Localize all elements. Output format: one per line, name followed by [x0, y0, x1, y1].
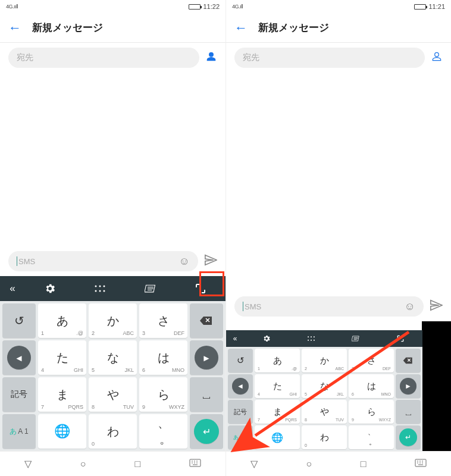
right-key[interactable]: ►	[190, 340, 223, 375]
key-ta[interactable]: た4GHI	[38, 340, 86, 375]
status-bar: 4G.ıll 11:21	[226, 0, 451, 13]
nav-keyboard-icon[interactable]	[189, 459, 201, 469]
mode-key[interactable]: あA 1	[2, 414, 36, 449]
left-key[interactable]: ◄	[228, 374, 253, 398]
compose-row: SMS ☺	[226, 292, 451, 321]
recipient-input[interactable]: 宛先	[234, 48, 425, 68]
clock: 11:22	[203, 3, 220, 10]
nav-keyboard-icon[interactable]	[415, 459, 427, 469]
compose-input[interactable]: SMS ☺	[8, 251, 198, 271]
grid-icon[interactable]	[289, 330, 333, 347]
key-punct[interactable]: 、。	[139, 414, 187, 449]
nav-home-icon[interactable]: ○	[306, 459, 312, 469]
screen-right: 4G.ıll 11:21 ← 新規メッセージ 宛先 SMS ☺ «	[226, 0, 451, 476]
key-ha[interactable]: は6MNO	[349, 374, 394, 398]
clock: 11:21	[428, 3, 445, 10]
svg-point-9	[313, 336, 314, 337]
keyboard: ↺ あ1.@ か2ABC さ3DEF ◄ た4GHI な5JKL は6MNO ►…	[0, 301, 226, 451]
key-na[interactable]: な5JKL	[302, 374, 347, 398]
emoji-icon[interactable]: ☺	[179, 255, 190, 268]
undo-key[interactable]: ↺	[2, 303, 36, 338]
mode-key[interactable]: あA 1	[228, 425, 253, 449]
key-ma[interactable]: ま7PQRS	[38, 377, 86, 412]
left-key[interactable]: ◄	[2, 340, 36, 375]
recipient-placeholder: 宛先	[17, 52, 33, 63]
key-a[interactable]: あ1.@	[255, 349, 300, 372]
key-globe[interactable]: 🌐	[255, 425, 300, 449]
contact-icon[interactable]	[205, 51, 217, 65]
enter-key[interactable]: ↵	[396, 425, 421, 449]
right-key[interactable]: ►	[396, 374, 421, 398]
space-key[interactable]: ⎵	[190, 377, 223, 412]
app-header: ← 新規メッセージ	[0, 13, 226, 43]
compose-placeholder: SMS	[245, 302, 261, 311]
compose-input[interactable]: SMS ☺	[234, 296, 424, 317]
recipient-input[interactable]: 宛先	[8, 48, 199, 68]
grid-icon[interactable]	[75, 276, 125, 301]
collapse-icon[interactable]: «	[226, 330, 244, 347]
key-ya[interactable]: や8TUV	[89, 377, 137, 412]
symbol-key[interactable]: 記号	[2, 377, 36, 412]
back-arrow-icon[interactable]: ←	[8, 20, 21, 36]
clipboard-icon[interactable]	[126, 276, 176, 301]
space-key[interactable]: ⎵	[396, 400, 421, 424]
svg-point-4	[99, 290, 101, 292]
recipient-row: 宛先	[226, 43, 451, 73]
key-na[interactable]: な5JKL	[89, 340, 137, 375]
key-ma[interactable]: ま7PQRS	[255, 400, 300, 424]
compose-row: SMS ☺	[0, 246, 226, 276]
undo-key[interactable]: ↺	[228, 349, 253, 372]
svg-point-2	[104, 286, 105, 287]
nav-recent-icon[interactable]: □	[134, 459, 140, 469]
key-sa[interactable]: さ3DEF	[139, 303, 187, 338]
network-indicator: 4G.ııll	[6, 4, 18, 10]
nav-home-icon[interactable]: ○	[80, 459, 86, 469]
back-arrow-icon[interactable]: ←	[234, 20, 248, 36]
backspace-key[interactable]	[396, 349, 421, 372]
key-globe[interactable]: 🌐	[38, 414, 86, 449]
key-wa[interactable]: わ0	[302, 425, 347, 449]
enter-key[interactable]: ↵	[190, 414, 223, 449]
key-sa[interactable]: さ3DEF	[349, 349, 394, 372]
keyboard-toolbar: «	[226, 330, 422, 347]
keyboard-empty-strip	[422, 321, 451, 451]
key-wa[interactable]: わ0	[89, 414, 137, 449]
keyboard-small: « ↺ あ1.@ か2ABC さ3DEF ◄ た4GHI な5JKL は6MNO…	[226, 330, 422, 451]
key-ra[interactable]: ら9WXYZ	[139, 377, 187, 412]
clipboard-icon[interactable]	[333, 330, 378, 347]
key-ta[interactable]: た4GHI	[255, 374, 300, 398]
nav-back-icon[interactable]: ▽	[24, 458, 32, 469]
key-a[interactable]: あ1.@	[38, 303, 86, 338]
send-icon[interactable]	[430, 299, 443, 315]
symbol-key[interactable]: 記号	[228, 400, 253, 424]
message-body[interactable]	[0, 73, 226, 246]
key-ka[interactable]: か2ABC	[302, 349, 347, 372]
key-ya[interactable]: や8TUV	[302, 400, 347, 424]
svg-point-12	[313, 340, 314, 341]
keyboard-toolbar: «	[0, 276, 226, 301]
key-ha[interactable]: は6MNO	[139, 340, 187, 375]
svg-point-10	[308, 340, 309, 341]
resize-icon[interactable]	[378, 330, 422, 347]
collapse-icon[interactable]: «	[0, 276, 25, 301]
key-punct[interactable]: 、。	[349, 425, 394, 449]
nav-recent-icon[interactable]: □	[361, 459, 367, 469]
resize-icon[interactable]	[176, 276, 226, 301]
nav-back-icon[interactable]: ▽	[250, 458, 258, 469]
contact-icon[interactable]	[431, 51, 443, 65]
settings-icon[interactable]	[25, 276, 75, 301]
page-title: 新規メッセージ	[258, 21, 329, 35]
page-title: 新規メッセージ	[32, 21, 103, 35]
status-right: 11:22	[189, 3, 220, 10]
key-ra[interactable]: ら9WXYZ	[349, 400, 394, 424]
svg-point-1	[99, 286, 101, 287]
backspace-key[interactable]	[190, 303, 223, 338]
emoji-icon[interactable]: ☺	[405, 300, 415, 313]
key-ka[interactable]: か2ABC	[89, 303, 137, 338]
battery-icon	[414, 4, 426, 10]
status-right: 11:21	[414, 3, 445, 10]
send-icon[interactable]	[204, 253, 217, 270]
recipient-row: 宛先	[0, 43, 226, 73]
settings-icon[interactable]	[244, 330, 289, 347]
app-header: ← 新規メッセージ	[226, 13, 451, 43]
